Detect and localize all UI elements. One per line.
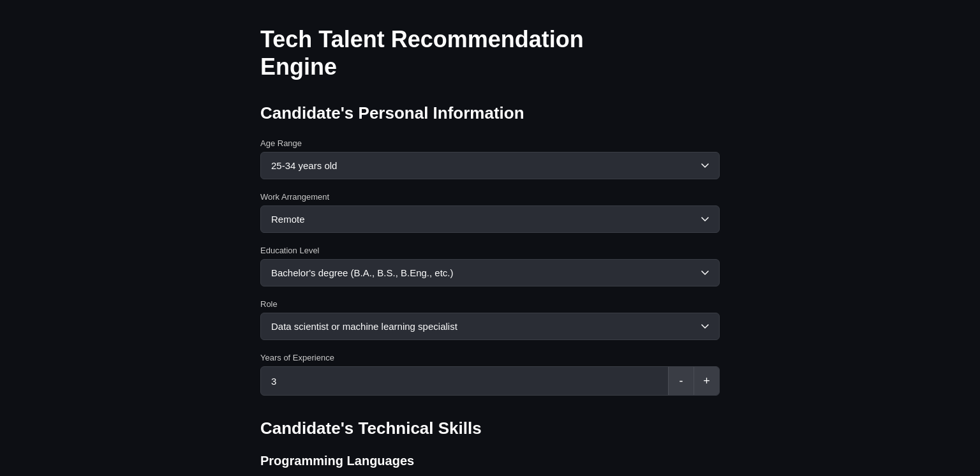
role-select[interactable]: Software developer Data scientist or mac… <box>260 313 720 340</box>
decrement-button[interactable]: - <box>668 367 694 395</box>
work-arrangement-select[interactable]: Remote On-site Hybrid <box>260 205 720 233</box>
technical-section-title: Candidate's Technical Skills <box>260 419 720 438</box>
page-title: Tech Talent Recommendation Engine <box>260 26 720 80</box>
age-range-label: Age Range <box>260 138 720 148</box>
role-group: Role Software developer Data scientist o… <box>260 299 720 340</box>
education-level-label: Education Level <box>260 246 720 255</box>
years-experience-label: Years of Experience <box>260 353 720 362</box>
personal-information-section: Candidate's Personal Information Age Ran… <box>260 103 720 396</box>
education-level-group: Education Level High school diploma Some… <box>260 246 720 286</box>
age-range-select[interactable]: Under 18 18-24 years old 25-34 years old… <box>260 152 720 179</box>
years-experience-group: Years of Experience 3 - + <box>260 353 720 396</box>
work-arrangement-group: Work Arrangement Remote On-site Hybrid <box>260 192 720 233</box>
technical-skills-section: Candidate's Technical Skills Programming… <box>260 419 720 476</box>
personal-section-title: Candidate's Personal Information <box>260 103 720 123</box>
years-experience-stepper: 3 - + <box>260 366 720 396</box>
programming-languages-subsection: Programming Languages Ada Apex APL <box>260 454 720 476</box>
education-level-select[interactable]: High school diploma Some college Associa… <box>260 259 720 286</box>
main-container: Tech Talent Recommendation Engine Candid… <box>248 0 732 476</box>
years-experience-value: 3 <box>261 368 668 394</box>
programming-languages-title: Programming Languages <box>260 454 720 468</box>
work-arrangement-label: Work Arrangement <box>260 192 720 202</box>
role-label: Role <box>260 299 720 309</box>
increment-button[interactable]: + <box>694 367 719 395</box>
age-range-group: Age Range Under 18 18-24 years old 25-34… <box>260 138 720 179</box>
